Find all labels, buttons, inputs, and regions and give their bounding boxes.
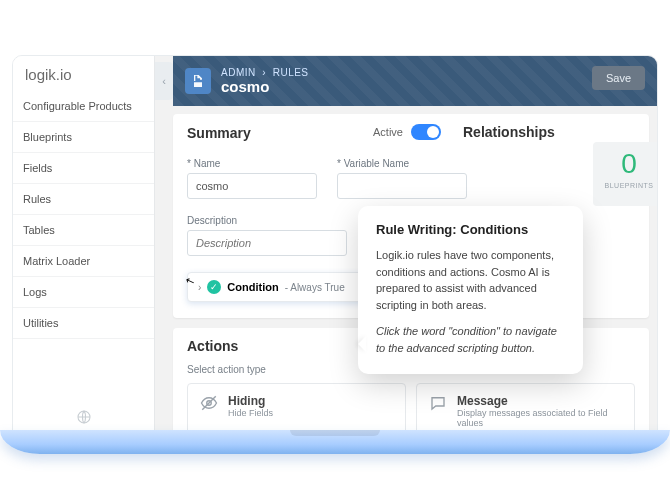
popover-title: Rule Writing: Conditions [376, 222, 565, 237]
topbar: ADMIN › RULES cosmo Save [173, 56, 657, 106]
eye-off-icon [200, 394, 218, 412]
metric-blueprints[interactable]: 0 BLUEPRINTS [593, 142, 657, 206]
metric-label: BLUEPRINTS [593, 182, 657, 189]
message-icon [429, 394, 447, 412]
sidebar-item-configurable-products[interactable]: Configurable Products [13, 91, 154, 122]
metric-value: 0 [593, 148, 657, 180]
description-input[interactable] [187, 230, 347, 256]
sidebar-item-matrix-loader[interactable]: Matrix Loader [13, 246, 154, 277]
name-field: * Name [187, 158, 317, 199]
tutorial-popover: Rule Writing: Conditions Logik.io rules … [358, 206, 583, 374]
page-title: cosmo [221, 78, 309, 95]
laptop-base [0, 430, 670, 454]
description-label: Description [187, 215, 347, 226]
globe-icon[interactable] [13, 400, 155, 434]
laptop-frame: logik.io Configurable Products Blueprint… [12, 55, 658, 435]
condition-suffix: - Always True [285, 282, 345, 293]
active-toggle[interactable] [411, 124, 441, 140]
sidebar-item-tables[interactable]: Tables [13, 215, 154, 246]
breadcrumb-root[interactable]: ADMIN [221, 67, 256, 78]
action-subtitle: Display messages associated to Field val… [457, 408, 622, 428]
popover-hint: Click the word "condition" to navigate t… [376, 323, 565, 356]
popover-body: Logik.io rules have two components, cond… [376, 247, 565, 313]
active-toggle-group: Active [373, 124, 441, 140]
relationships-title: Relationships [463, 124, 555, 140]
sidebar-collapse-button[interactable]: ‹ [155, 62, 173, 100]
sidebar-item-blueprints[interactable]: Blueprints [13, 122, 154, 153]
chevron-right-icon: › [198, 282, 201, 293]
rules-app-icon [185, 68, 211, 94]
sidebar-item-utilities[interactable]: Utilities [13, 308, 154, 339]
action-subtitle: Hide Fields [228, 408, 273, 418]
condition-status-icon: ✓ [207, 280, 221, 294]
condition-row[interactable]: ↖ › ✓ Condition - Always True [187, 272, 372, 302]
active-label: Active [373, 126, 403, 138]
name-input[interactable] [187, 173, 317, 199]
sidebar: logik.io Configurable Products Blueprint… [13, 56, 155, 434]
breadcrumb-section[interactable]: RULES [273, 67, 309, 78]
action-title: Message [457, 394, 622, 408]
app-screen: logik.io Configurable Products Blueprint… [13, 56, 657, 434]
sidebar-item-rules[interactable]: Rules [13, 184, 154, 215]
variable-name-label: * Variable Name [337, 158, 467, 169]
variable-name-field: * Variable Name [337, 158, 467, 199]
summary-title: Summary [187, 125, 251, 141]
breadcrumb[interactable]: ADMIN › RULES [221, 67, 309, 78]
name-label: * Name [187, 158, 317, 169]
description-field: Description [187, 215, 347, 256]
sidebar-item-fields[interactable]: Fields [13, 153, 154, 184]
action-card-message[interactable]: Message Display messages associated to F… [416, 383, 635, 434]
action-title: Hiding [228, 394, 273, 408]
cursor-icon: ↖ [184, 274, 197, 289]
sidebar-item-logs[interactable]: Logs [13, 277, 154, 308]
brand-logo: logik.io [13, 56, 154, 91]
action-card-hiding[interactable]: Hiding Hide Fields [187, 383, 406, 434]
save-button[interactable]: Save [592, 66, 645, 90]
variable-name-input[interactable] [337, 173, 467, 199]
condition-label: Condition [227, 281, 278, 293]
